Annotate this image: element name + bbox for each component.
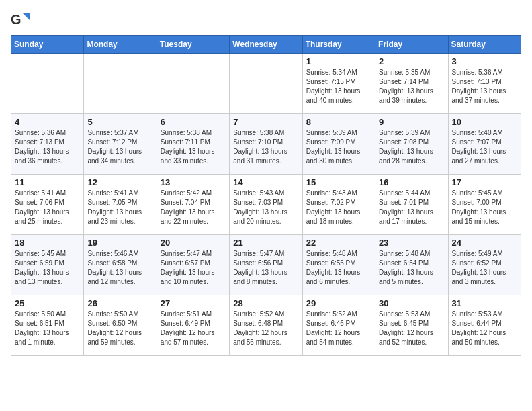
calendar-cell: 5Sunrise: 5:37 AMSunset: 7:12 PMDaylight… — [84, 114, 157, 175]
calendar-cell: 17Sunrise: 5:45 AMSunset: 7:00 PMDayligh… — [448, 175, 521, 235]
calendar-cell: 1Sunrise: 5:34 AMSunset: 7:15 PMDaylight… — [302, 54, 375, 114]
calendar-cell: 22Sunrise: 5:48 AMSunset: 6:55 PMDayligh… — [302, 235, 375, 295]
day-info: Sunrise: 5:42 AMSunset: 7:04 PMDaylight:… — [161, 189, 226, 226]
day-number: 26 — [87, 298, 152, 308]
calendar-cell: 21Sunrise: 5:47 AMSunset: 6:56 PMDayligh… — [230, 235, 302, 295]
day-number: 5 — [87, 117, 152, 127]
calendar-cell: 31Sunrise: 5:53 AMSunset: 6:44 PMDayligh… — [448, 295, 521, 356]
day-number: 21 — [233, 238, 298, 248]
calendar-cell: 9Sunrise: 5:39 AMSunset: 7:08 PMDaylight… — [375, 114, 448, 175]
day-info: Sunrise: 5:50 AMSunset: 6:50 PMDaylight:… — [87, 310, 152, 347]
day-number: 3 — [452, 56, 517, 66]
header: G — [11, 11, 521, 30]
day-number: 29 — [306, 298, 371, 308]
calendar-cell: 8Sunrise: 5:39 AMSunset: 7:09 PMDaylight… — [302, 114, 375, 175]
day-number: 4 — [15, 117, 80, 127]
day-info: Sunrise: 5:49 AMSunset: 6:52 PMDaylight:… — [452, 249, 517, 287]
week-row-0: 1Sunrise: 5:34 AMSunset: 7:15 PMDaylight… — [11, 54, 521, 114]
calendar-cell: 14Sunrise: 5:43 AMSunset: 7:03 PMDayligh… — [230, 175, 302, 235]
calendar-cell: 2Sunrise: 5:35 AMSunset: 7:14 PMDaylight… — [375, 54, 448, 114]
calendar-cell: 10Sunrise: 5:40 AMSunset: 7:07 PMDayligh… — [448, 114, 521, 175]
calendar-cell: 7Sunrise: 5:38 AMSunset: 7:10 PMDaylight… — [230, 114, 302, 175]
day-info: Sunrise: 5:52 AMSunset: 6:48 PMDaylight:… — [233, 310, 298, 347]
day-number: 25 — [15, 298, 80, 308]
day-info: Sunrise: 5:47 AMSunset: 6:57 PMDaylight:… — [161, 249, 226, 287]
day-number: 2 — [379, 56, 444, 66]
calendar-cell: 30Sunrise: 5:53 AMSunset: 6:45 PMDayligh… — [375, 295, 448, 356]
day-info: Sunrise: 5:43 AMSunset: 7:02 PMDaylight:… — [306, 189, 371, 226]
calendar-cell: 20Sunrise: 5:47 AMSunset: 6:57 PMDayligh… — [157, 235, 229, 295]
day-number: 8 — [306, 117, 371, 127]
calendar-cell — [11, 54, 84, 114]
day-header-saturday: Saturday — [448, 36, 521, 54]
day-info: Sunrise: 5:50 AMSunset: 6:51 PMDaylight:… — [15, 310, 80, 347]
day-info: Sunrise: 5:43 AMSunset: 7:03 PMDaylight:… — [233, 189, 298, 226]
calendar-cell — [230, 54, 302, 114]
calendar-cell: 29Sunrise: 5:52 AMSunset: 6:46 PMDayligh… — [302, 295, 375, 356]
calendar-cell: 25Sunrise: 5:50 AMSunset: 6:51 PMDayligh… — [11, 295, 84, 356]
day-number: 6 — [161, 117, 226, 127]
day-number: 9 — [379, 117, 444, 127]
day-info: Sunrise: 5:36 AMSunset: 7:13 PMDaylight:… — [452, 68, 517, 105]
day-number: 20 — [161, 238, 226, 248]
days-header-row: SundayMondayTuesdayWednesdayThursdayFrid… — [11, 36, 521, 54]
day-number: 24 — [452, 238, 517, 248]
calendar-cell: 18Sunrise: 5:45 AMSunset: 6:59 PMDayligh… — [11, 235, 84, 295]
day-header-friday: Friday — [375, 36, 448, 54]
calendar-cell: 6Sunrise: 5:38 AMSunset: 7:11 PMDaylight… — [157, 114, 229, 175]
day-info: Sunrise: 5:46 AMSunset: 6:58 PMDaylight:… — [87, 249, 152, 287]
calendar-cell: 27Sunrise: 5:51 AMSunset: 6:49 PMDayligh… — [157, 295, 229, 356]
day-header-wednesday: Wednesday — [230, 36, 302, 54]
day-number: 27 — [161, 298, 226, 308]
day-header-thursday: Thursday — [302, 36, 375, 54]
day-info: Sunrise: 5:38 AMSunset: 7:10 PMDaylight:… — [233, 128, 298, 166]
day-info: Sunrise: 5:52 AMSunset: 6:46 PMDaylight:… — [306, 310, 371, 347]
day-info: Sunrise: 5:39 AMSunset: 7:09 PMDaylight:… — [306, 128, 371, 166]
day-number: 30 — [379, 298, 444, 308]
day-info: Sunrise: 5:53 AMSunset: 6:45 PMDaylight:… — [379, 310, 444, 347]
day-info: Sunrise: 5:40 AMSunset: 7:07 PMDaylight:… — [452, 128, 517, 166]
calendar-cell — [84, 54, 157, 114]
day-number: 18 — [15, 238, 80, 248]
calendar-cell: 3Sunrise: 5:36 AMSunset: 7:13 PMDaylight… — [448, 54, 521, 114]
day-number: 12 — [87, 177, 152, 187]
day-number: 17 — [452, 177, 517, 187]
day-number: 31 — [452, 298, 517, 308]
day-info: Sunrise: 5:35 AMSunset: 7:14 PMDaylight:… — [379, 68, 444, 105]
svg-text:G: G — [11, 12, 21, 27]
day-info: Sunrise: 5:51 AMSunset: 6:49 PMDaylight:… — [161, 310, 226, 347]
calendar-cell: 12Sunrise: 5:41 AMSunset: 7:05 PMDayligh… — [84, 175, 157, 235]
day-number: 15 — [306, 177, 371, 187]
calendar-cell: 11Sunrise: 5:41 AMSunset: 7:06 PMDayligh… — [11, 175, 84, 235]
day-info: Sunrise: 5:44 AMSunset: 7:01 PMDaylight:… — [379, 189, 444, 226]
calendar-cell: 13Sunrise: 5:42 AMSunset: 7:04 PMDayligh… — [157, 175, 229, 235]
day-info: Sunrise: 5:45 AMSunset: 6:59 PMDaylight:… — [15, 249, 80, 287]
week-row-3: 18Sunrise: 5:45 AMSunset: 6:59 PMDayligh… — [11, 235, 521, 295]
day-info: Sunrise: 5:34 AMSunset: 7:15 PMDaylight:… — [306, 68, 371, 105]
day-info: Sunrise: 5:41 AMSunset: 7:05 PMDaylight:… — [87, 189, 152, 226]
day-number: 14 — [233, 177, 298, 187]
calendar-cell: 28Sunrise: 5:52 AMSunset: 6:48 PMDayligh… — [230, 295, 302, 356]
day-info: Sunrise: 5:53 AMSunset: 6:44 PMDaylight:… — [452, 310, 517, 347]
day-number: 23 — [379, 238, 444, 248]
day-info: Sunrise: 5:48 AMSunset: 6:54 PMDaylight:… — [379, 249, 444, 287]
calendar-cell: 23Sunrise: 5:48 AMSunset: 6:54 PMDayligh… — [375, 235, 448, 295]
day-number: 1 — [306, 56, 371, 66]
calendar-table: SundayMondayTuesdayWednesdayThursdayFrid… — [11, 35, 521, 356]
day-info: Sunrise: 5:41 AMSunset: 7:06 PMDaylight:… — [15, 189, 80, 226]
logo: G — [11, 11, 32, 30]
calendar-cell: 19Sunrise: 5:46 AMSunset: 6:58 PMDayligh… — [84, 235, 157, 295]
day-info: Sunrise: 5:39 AMSunset: 7:08 PMDaylight:… — [379, 128, 444, 166]
calendar-cell: 4Sunrise: 5:36 AMSunset: 7:13 PMDaylight… — [11, 114, 84, 175]
calendar-cell: 26Sunrise: 5:50 AMSunset: 6:50 PMDayligh… — [84, 295, 157, 356]
day-number: 19 — [87, 238, 152, 248]
day-number: 7 — [233, 117, 298, 127]
day-header-sunday: Sunday — [11, 36, 84, 54]
day-number: 28 — [233, 298, 298, 308]
day-number: 11 — [15, 177, 80, 187]
calendar-cell — [157, 54, 229, 114]
day-header-tuesday: Tuesday — [157, 36, 229, 54]
day-info: Sunrise: 5:47 AMSunset: 6:56 PMDaylight:… — [233, 249, 298, 287]
calendar-cell: 15Sunrise: 5:43 AMSunset: 7:02 PMDayligh… — [302, 175, 375, 235]
day-info: Sunrise: 5:45 AMSunset: 7:00 PMDaylight:… — [452, 189, 517, 226]
